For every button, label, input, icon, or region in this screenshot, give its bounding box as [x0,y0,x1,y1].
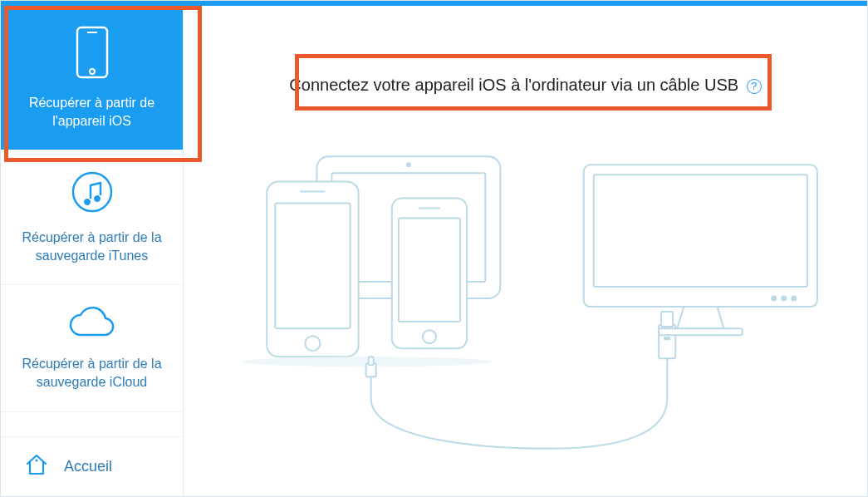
svg-rect-29 [659,328,742,335]
sidebar-item-label: Récupérer à partir de la sauvegarde iClo… [16,355,168,391]
iphone-icon [76,26,109,82]
svg-point-26 [772,296,776,300]
help-icon[interactable]: ? [747,79,762,94]
svg-rect-23 [664,337,670,340]
svg-point-28 [792,296,796,300]
sidebar-footer-label: Accueil [64,458,112,475]
svg-rect-19 [369,357,374,365]
sidebar-item-recover-itunes[interactable]: Récupérer à partir de la sauvegarde iTun… [1,150,183,285]
svg-point-1 [90,69,95,74]
sidebar-item-label: Récupérer à partir de la sauvegarde iTun… [16,229,168,264]
sidebar-item-label: Récupérer à partir de l'appareil iOS [16,94,168,130]
itunes-icon [71,170,114,217]
icloud-icon [66,305,119,343]
svg-point-4 [36,460,38,462]
home-icon [24,452,49,481]
svg-point-27 [782,296,786,300]
svg-rect-25 [594,175,807,287]
app-window: Récupérer à partir de l'appareil iOS Réc… [0,0,868,497]
sidebar: Récupérer à partir de l'appareil iOS Réc… [1,1,184,496]
svg-point-3 [73,173,111,211]
svg-rect-9 [275,204,350,329]
sidebar-item-recover-icloud[interactable]: Récupérer à partir de la sauvegarde iClo… [1,285,183,411]
main-panel: Connectez votre appareil iOS à l'ordinat… [184,1,867,496]
svg-rect-21 [661,312,673,327]
sidebar-item-recover-ios-device[interactable]: Récupérer à partir de l'appareil iOS [1,6,183,150]
instruction-text: Connectez votre appareil iOS à l'ordinat… [289,76,738,94]
instruction-row: Connectez votre appareil iOS à l'ordinat… [184,76,867,95]
svg-rect-13 [399,219,460,322]
svg-point-7 [407,163,410,166]
connect-devices-illustration [233,134,834,471]
sidebar-footer-home[interactable]: Accueil [1,436,183,496]
